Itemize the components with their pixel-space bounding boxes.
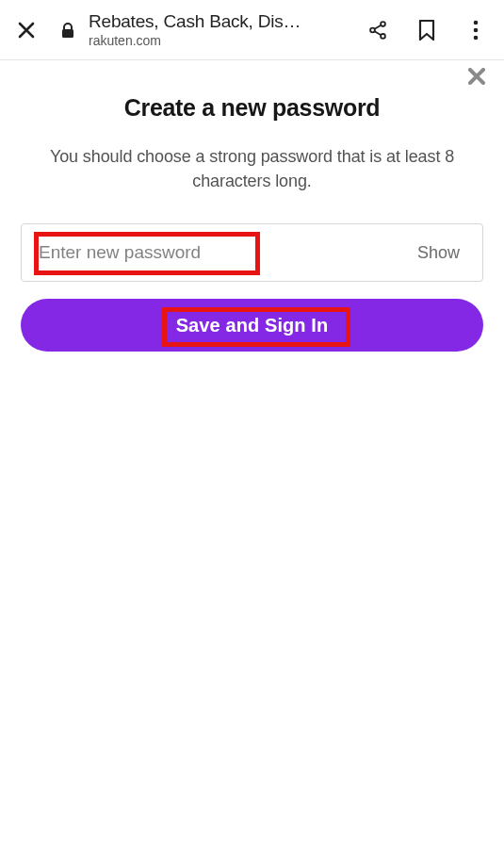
password-input-row: Show — [21, 223, 483, 282]
lock-icon — [60, 23, 75, 38]
modal-subtext: You should choose a strong password that… — [21, 144, 483, 193]
svg-point-2 — [370, 27, 375, 32]
svg-point-3 — [381, 34, 385, 39]
save-signin-button[interactable]: Save and Sign In — [21, 299, 483, 352]
more-menu-icon[interactable] — [464, 19, 487, 41]
close-tab-icon[interactable] — [17, 21, 36, 40]
bookmark-icon[interactable] — [415, 19, 438, 41]
share-icon[interactable] — [366, 19, 389, 41]
close-modal-icon[interactable] — [466, 66, 487, 87]
svg-point-5 — [474, 27, 479, 32]
svg-point-4 — [474, 20, 479, 25]
page-title: Rebates, Cash Back, Dis… — [89, 11, 342, 32]
page-domain: rakuten.com — [89, 33, 342, 48]
password-input[interactable] — [39, 224, 412, 281]
svg-point-6 — [474, 35, 479, 40]
browser-chrome-bar: Rebates, Cash Back, Dis… rakuten.com — [0, 0, 504, 60]
show-password-button[interactable]: Show — [412, 239, 465, 267]
modal-content: Create a new password You should choose … — [0, 60, 504, 352]
modal-heading: Create a new password — [21, 94, 483, 122]
url-block[interactable]: Rebates, Cash Back, Dis… rakuten.com — [89, 11, 342, 48]
svg-point-1 — [381, 22, 385, 26]
svg-rect-0 — [62, 29, 73, 38]
